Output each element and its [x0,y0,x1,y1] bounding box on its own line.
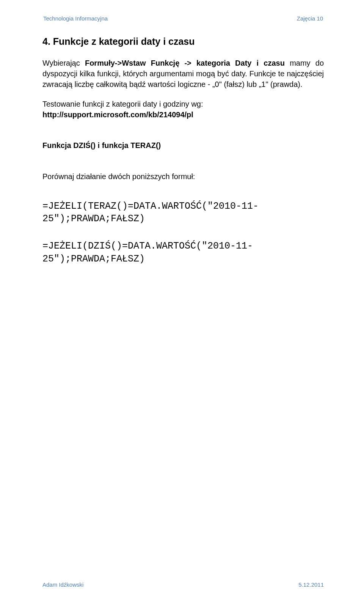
footer-left: Adam Idźkowski [42,581,83,588]
sub-heading: Funkcja DZIŚ() i funkcja TERAZ() [42,141,324,150]
instruction: Porównaj działanie dwóch poniższych form… [42,171,324,182]
page-footer: Adam Idźkowski 5.12.2011 [42,581,324,588]
code-block-2: =JEŻELI(DZIŚ()=DATA.WARTOŚĆ("2010-11-25"… [42,240,324,266]
document-page: Technologia Informacyjna Zajęcia 10 4. F… [0,0,364,603]
paragraph-1: Wybierając Formuły->Wstaw Funkcję -> kat… [42,58,324,90]
para1-bold: Formuły->Wstaw Funkcję -> kategoria Daty… [85,59,285,67]
header-right: Zajęcia 10 [297,15,323,22]
header-left: Technologia Informacyjna [43,15,108,22]
paragraph-2: Testowanie funkcji z kategorii daty i go… [42,99,324,120]
code-block-1: =JEŻELI(TERAZ()=DATA.WARTOŚĆ("2010-11-25… [42,200,324,226]
para2-link: http://support.microsoft.com/kb/214094/p… [42,109,324,120]
para1-pre: Wybierając [42,59,85,67]
page-header: Technologia Informacyjna Zajęcia 10 [42,15,324,22]
para2-line1: Testowanie funkcji z kategorii daty i go… [42,99,324,109]
section-heading: 4. Funkcje z kategorii daty i czasu [42,35,324,48]
footer-right: 5.12.2011 [298,581,324,588]
